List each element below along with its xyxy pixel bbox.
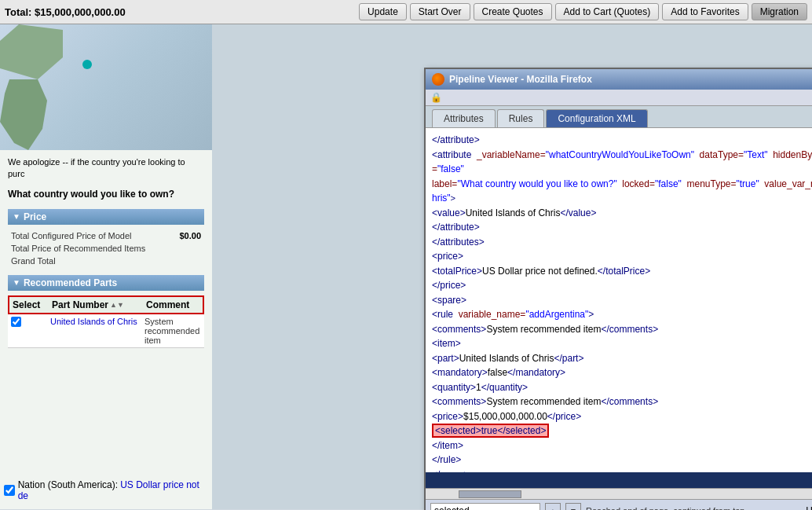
right-panel: $0.00 $15,000,000,000.00 $15,000,000,000…: [212, 24, 812, 509]
price-table: Total Configured Price of Model $0.00 To…: [8, 229, 204, 267]
left-content: We apologize -- if the country you're lo…: [0, 150, 212, 354]
price-value-1: $0.00: [172, 229, 204, 242]
recommended-section-header: ▼ Recommended Parts: [8, 275, 204, 291]
price-label-1: Total Configured Price of Model: [8, 229, 172, 242]
left-panel: We apologize -- if the country you're lo…: [0, 24, 212, 509]
map-area: [0, 24, 212, 150]
add-to-favorites-button[interactable]: Add to Favorites: [662, 3, 748, 20]
rec-part-number: United Islands of Chris: [50, 317, 144, 345]
price-row-1: Total Configured Price of Model $0.00: [8, 229, 204, 242]
tab-configuration-xml[interactable]: Configuration XML: [546, 109, 647, 127]
search-input[interactable]: [430, 503, 540, 510]
rec-comment: System recommended item: [144, 317, 201, 345]
modal-addressbar: 🔒: [426, 90, 812, 106]
modal-title-area: Pipeline Viewer - Mozilla Firefox: [432, 73, 592, 86]
apology-text: We apologize -- if the country you're lo…: [8, 156, 204, 181]
rec-checkbox-cell[interactable]: [11, 317, 50, 345]
create-quotes-button[interactable]: Create Quotes: [474, 3, 552, 20]
nation-checkbox[interactable]: [4, 485, 15, 496]
modal-horizontal-scrollbar[interactable]: [426, 488, 812, 499]
nation-row: Nation (South America): US Dollar price …: [4, 479, 208, 501]
col-comment-label: Comment: [146, 299, 199, 310]
price-collapse-icon[interactable]: ▼: [13, 212, 20, 221]
main-area: We apologize -- if the country you're lo…: [0, 24, 812, 509]
recommended-table-header: Select Part Number ▲▼ Comment: [8, 295, 204, 314]
tab-attributes[interactable]: Attributes: [432, 109, 496, 127]
modal-searchbar: ▲ ▼ Reached end of page, continued from …: [426, 499, 812, 510]
add-to-cart-button[interactable]: Add to Cart (Quotes): [555, 3, 660, 20]
price-row-3: Grand Total: [8, 255, 204, 267]
search-up-button[interactable]: ▲: [545, 503, 561, 510]
map-pin: [82, 60, 92, 69]
modal-titlebar: Pipeline Viewer - Mozilla Firefox ─ □ ✕: [426, 69, 812, 90]
nation-label: Nation (South America): US Dollar price …: [18, 479, 208, 501]
country-question: What country would you like to own?: [8, 189, 204, 200]
col-part-label: Part Number ▲▼: [52, 299, 146, 310]
price-value-3: [172, 255, 204, 267]
recommended-section-label: Recommended Parts: [24, 277, 117, 288]
pipeline-modal: Pipeline Viewer - Mozilla Firefox ─ □ ✕ …: [424, 68, 812, 510]
price-section-header: ▼ Price: [8, 209, 204, 225]
modal-tabs: Attributes Rules Configuration XML: [426, 106, 812, 128]
rec-select-checkbox[interactable]: [11, 317, 21, 327]
sort-arrow-icon[interactable]: ▲▼: [110, 301, 124, 309]
hscroll-thumb[interactable]: [459, 490, 521, 498]
firefox-icon: [432, 73, 444, 86]
north-america-shape: [0, 24, 63, 79]
price-section-label: Price: [24, 211, 46, 222]
highlight-all-option[interactable]: Highlight All: [806, 505, 812, 510]
update-button[interactable]: Update: [359, 3, 407, 20]
tab-rules[interactable]: Rules: [497, 109, 545, 127]
recommended-section: ▼ Recommended Parts Select Part Number ▲…: [8, 275, 204, 348]
modal-title-label: Pipeline Viewer - Mozilla Firefox: [449, 74, 592, 85]
price-label-2: Total Price of Recommended Items: [8, 242, 172, 255]
migration-button[interactable]: Migration: [752, 3, 807, 20]
search-status: Reached end of page, continued from top: [586, 506, 801, 510]
col-select-label: Select: [13, 299, 52, 310]
modal-xml-content[interactable]: </attribute> <attribute _variableName="w…: [426, 128, 812, 472]
recommended-row: United Islands of Chris System recommend…: [8, 314, 204, 348]
price-value-2: [172, 242, 204, 255]
back-to-top-bar[interactable]: Back to Top: [426, 472, 812, 488]
toolbar: Total: $15,000,000,000.00 Update Start O…: [0, 0, 812, 24]
total-label: Total: $15,000,000,000.00: [5, 6, 126, 18]
south-america-shape: [0, 79, 47, 150]
recommended-collapse-icon[interactable]: ▼: [13, 278, 20, 287]
price-label-3: Grand Total: [8, 255, 172, 267]
start-over-button[interactable]: Start Over: [410, 3, 470, 20]
price-row-2: Total Price of Recommended Items: [8, 242, 204, 255]
lock-icon: 🔒: [430, 92, 442, 103]
search-down-button[interactable]: ▼: [565, 503, 581, 510]
